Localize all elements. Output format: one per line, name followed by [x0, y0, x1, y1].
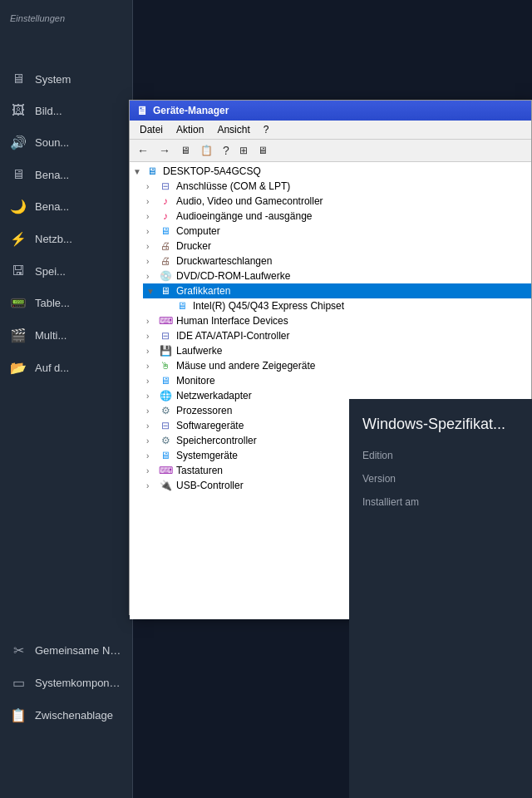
laufwerke-icon: 💾	[159, 344, 172, 357]
spec-row-version: Version	[362, 473, 519, 485]
toolbar-grid[interactable]: ⊞	[235, 142, 252, 159]
sidebar-item-label: Soun...	[35, 136, 69, 149]
toolbar-computer[interactable]: 🖥	[176, 142, 195, 159]
item-label: Audioeingänge und -ausgänge	[176, 210, 312, 222]
root-label: DESKTOP-5A4GCSQ	[163, 165, 261, 177]
software-icon: ⊟	[159, 419, 172, 432]
spec-row-edition: Edition	[362, 450, 519, 461]
toolbar-help[interactable]: ?	[219, 141, 234, 160]
arrow: ›	[146, 212, 156, 221]
sidebar-item-label: System	[35, 73, 71, 86]
sidebar-item-tablet[interactable]: 📟 Table...	[0, 287, 132, 319]
toolbar-forward[interactable]: →	[155, 141, 175, 160]
audio-icon: ♪	[159, 195, 172, 208]
gemeinsam-icon: ✂	[10, 643, 27, 658]
tree-audioeingange[interactable]: › ♪ Audioeingänge und -ausgänge	[143, 209, 531, 224]
sound-icon: 🔊	[10, 135, 27, 150]
arrow: ›	[146, 227, 156, 236]
multi-icon: 🎬	[10, 328, 27, 343]
sidebar-nav: 🖥 System 🖼 Bild... 🔊 Soun... 🖥 Bena... 🌙…	[0, 63, 132, 384]
arrow: ›	[146, 257, 156, 266]
usb-icon: 🔌	[159, 479, 172, 492]
root-arrow: ▼	[133, 167, 143, 176]
arrow: ›	[146, 317, 156, 326]
menu-ansicht[interactable]: Ansicht	[210, 122, 256, 137]
tree-druckwart[interactable]: › 🖨 Druckwarteschlangen	[143, 254, 531, 268]
netzwerk-icon: 🌐	[159, 389, 172, 402]
maeuse-icon: 🖱	[159, 359, 172, 372]
tree-maeuse[interactable]: › 🖱 Mäuse und andere Zeigegeräte	[143, 358, 531, 373]
tree-anschlusse[interactable]: › ⊟ Anschlüsse (COM & LPT)	[143, 179, 531, 194]
tree-monitore[interactable]: › 🖥 Monitore	[143, 373, 531, 388]
dvd-icon: 💿	[159, 269, 172, 283]
spec-label-install: Installiert am	[362, 496, 519, 508]
sidebar-item-bild[interactable]: 🖼 Bild...	[0, 95, 132, 126]
toolbar-back[interactable]: ←	[133, 141, 153, 160]
tree-ide[interactable]: › ⊟ IDE ATA/ATAPI-Controller	[143, 328, 531, 343]
item-label: IDE ATA/ATAPI-Controller	[176, 330, 289, 342]
sidebar-item-benach1[interactable]: 🖥 Bena...	[0, 159, 132, 190]
item-label: DVD/CD-ROM-Laufwerke	[176, 270, 290, 282]
titlebar: 🖥 Geräte-Manager	[130, 101, 531, 121]
prozessoren-icon: ⚙	[159, 404, 172, 417]
item-label: Softwaregeräte	[176, 420, 244, 431]
tree-computer[interactable]: › 🖥 Computer	[143, 224, 531, 239]
sidebar-item-system[interactable]: 🖥 System	[0, 63, 132, 95]
sidebar-item-sound[interactable]: 🔊 Soun...	[0, 126, 132, 159]
tree-grafikkarten[interactable]: ▼ 🖥 Grafikkarten	[143, 283, 531, 298]
tree-laufwerke[interactable]: › 💾 Laufwerke	[143, 343, 531, 358]
tree-hid[interactable]: › ⌨ Human Interface Devices	[143, 313, 531, 328]
sidebar-item-auf[interactable]: 📂 Auf d...	[0, 352, 132, 384]
sidebar-item-benach2[interactable]: 🌙 Bena...	[0, 190, 132, 223]
speicher-icon: ⚙	[159, 434, 172, 447]
netz-icon: ⚡	[10, 231, 27, 247]
sidebar-item-label: Multi...	[35, 329, 66, 342]
arrow: ›	[146, 362, 156, 371]
system-icon: 🖥	[10, 71, 27, 86]
sidebar-item-label: Gemeinsame Nutzung	[35, 644, 122, 657]
item-label: Tastaturen	[176, 465, 223, 476]
audioeingange-icon: ♪	[159, 209, 172, 223]
arrow: ›	[146, 481, 156, 490]
arrow: ▼	[146, 287, 156, 296]
toolbar-display[interactable]: 🖥	[254, 142, 272, 159]
sidebar-item-netz[interactable]: ⚡ Netzb...	[0, 223, 132, 255]
dm-menubar: Datei Aktion Ansicht ?	[130, 121, 531, 140]
item-label: Anschlüsse (COM & LPT)	[176, 180, 290, 192]
druckwart-icon: 🖨	[159, 254, 172, 268]
dm-toolbar: ← → 🖥 📋 ? ⊞ 🖥	[130, 140, 531, 162]
monitore-icon: 🖥	[159, 374, 172, 387]
item-label: Intel(R) Q45/Q43 Express Chipset	[193, 300, 344, 312]
tree-audio[interactable]: › ♪ Audio, Video und Gamecontroller	[143, 194, 531, 209]
item-label: Druckwarteschlangen	[176, 255, 272, 267]
spec-label-version: Version	[362, 473, 519, 485]
dm-title-icon: 🖥	[136, 104, 148, 117]
tree-root[interactable]: ▼ 🖥 DESKTOP-5A4GCSQ	[130, 164, 531, 179]
sidebar-item-system2[interactable]: ▭ Systemkomponenten	[0, 667, 132, 699]
menu-help[interactable]: ?	[257, 122, 276, 137]
menu-aktion[interactable]: Aktion	[170, 122, 210, 137]
item-label: Audio, Video und Gamecontroller	[176, 195, 323, 207]
ide-icon: ⊟	[159, 329, 172, 342]
sidebar-item-multi[interactable]: 🎬 Multi...	[0, 319, 132, 352]
arrow: ›	[146, 406, 156, 416]
auf-icon: 📂	[10, 360, 27, 376]
menu-datei[interactable]: Datei	[133, 122, 170, 137]
sidebar-item-gemeinsam[interactable]: ✂ Gemeinsame Nutzung	[0, 634, 132, 667]
sidebar-item-zwisch[interactable]: 📋 Zwischenablage	[0, 699, 132, 732]
tree-drucker[interactable]: › 🖨 Drucker	[143, 239, 531, 254]
item-label: Prozessoren	[176, 405, 232, 416]
tree-dvd[interactable]: › 💿 DVD/CD-ROM-Laufwerke	[143, 268, 531, 283]
sidebar-item-spei[interactable]: 🖫 Spei...	[0, 255, 132, 287]
spec-row-install: Installiert am	[362, 496, 519, 508]
tastaturen-icon: ⌨	[159, 464, 172, 477]
arrow: ›	[146, 272, 156, 281]
toolbar-list[interactable]: 📋	[196, 142, 217, 159]
item-label: USB-Controller	[176, 480, 244, 491]
arrow: ›	[146, 466, 156, 475]
item-label: Laufwerke	[176, 345, 222, 357]
item-label: Mäuse und andere Zeigegeräte	[176, 360, 315, 372]
sidebar-item-label: Table...	[35, 297, 70, 309]
arrow: ›	[146, 242, 156, 251]
tree-intel[interactable]: 🖥 Intel(R) Q45/Q43 Express Chipset	[160, 298, 531, 313]
